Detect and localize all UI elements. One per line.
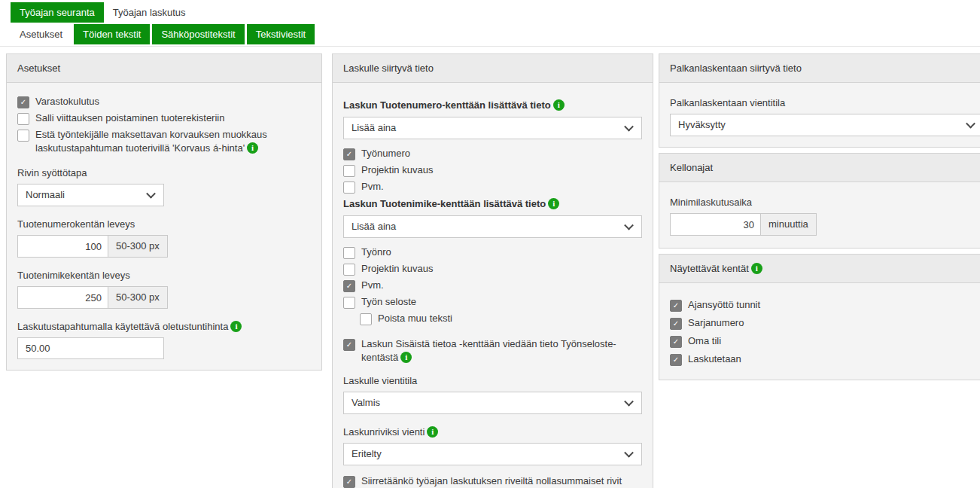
checkbox-label: Estä työntekijälle maksettavan korvaukse… <box>35 129 267 154</box>
checkbox-row-oma-tili: Oma tili <box>670 334 978 348</box>
checkbox-label: Pvm. <box>361 180 384 194</box>
laskulle-vientitila-select[interactable]: Valmis <box>343 392 642 414</box>
subtab-tekstiviestit[interactable]: Tekstiviestit <box>247 24 315 44</box>
chevron-down-icon <box>624 122 634 132</box>
tuotenimike-kenttaan-label: Laskun Tuotenimike-kenttään lisättävä ti… <box>343 198 642 209</box>
info-icon[interactable] <box>230 321 242 332</box>
invoice-panel-title: Laskulle siirtyvä tieto <box>333 54 653 83</box>
checkbox-label: Sarjanumero <box>688 316 744 330</box>
tuotenimikekentan-leveys-input[interactable] <box>17 286 108 309</box>
tyonro-checkbox[interactable] <box>343 247 355 259</box>
tuotenimike-kenttaan-select[interactable]: Lisää aina <box>343 215 642 238</box>
tuotenumerokentan-leveys-label: Tuotenumerokentän leveys <box>17 218 311 230</box>
info-icon[interactable] <box>548 198 559 209</box>
checkbox-label: Varastokulutus <box>35 95 99 108</box>
minimilaskutusaika-group: minuuttia <box>670 213 978 236</box>
oletustuntihinta-input[interactable] <box>17 337 164 359</box>
info-icon[interactable] <box>427 426 438 438</box>
tyonumero-checkbox[interactable] <box>343 148 355 160</box>
checkbox-row-varastokulutus: Varastokulutus <box>17 95 311 108</box>
checkbox-row-esta-korvauksen-muokkaus: Estä työntekijälle maksettavan korvaukse… <box>17 128 311 155</box>
checkbox-label: Työn seloste <box>361 295 416 309</box>
checkbox-row-projektin-kuvaus: Projektin kuvaus <box>343 163 642 177</box>
tuotenumero-kenttaan-select[interactable]: Lisää aina <box>343 117 642 139</box>
info-icon[interactable] <box>400 352 412 363</box>
checkbox-label: Oma tili <box>688 334 721 348</box>
select-value: Valmis <box>352 397 380 408</box>
chevron-down-icon <box>966 119 975 129</box>
rivin-syottotapa-select[interactable]: Normaali <box>17 184 164 206</box>
ajansyotto-tunnit-checkbox[interactable] <box>670 300 682 312</box>
esta-korvauksen-checkbox[interactable] <box>17 130 29 142</box>
select-value: Hyväksytty <box>678 119 726 130</box>
oletustuntihinta-label: Laskutustapahtumalla käytettävä oletustu… <box>17 321 311 332</box>
subtab-sahkopostitekstit[interactable]: Sähköpostitekstit <box>152 24 244 44</box>
salli-viittauksen-checkbox[interactable] <box>17 113 29 125</box>
projektin-kuvaus-checkbox[interactable] <box>343 165 355 177</box>
checkbox-label: Laskutetaan <box>688 352 741 366</box>
chevron-down-icon <box>624 397 634 407</box>
invoice-panel: Laskulle siirtyvä tieto Laskun Tuotenume… <box>332 53 653 488</box>
rivin-syottotapa-label: Rivin syöttötapa <box>17 167 311 178</box>
input-addon: 50-300 px <box>108 286 168 309</box>
primary-tabs: Työajan seuranta Työajan laskutus <box>11 2 980 23</box>
checkbox-label: Projektin kuvaus <box>361 163 433 177</box>
checkbox-row-tyonumero: Työnumero <box>343 147 642 160</box>
chevron-down-icon <box>624 448 634 458</box>
laskunriviksi-vienti-select[interactable]: Eritelty <box>343 443 642 465</box>
checkbox-label: Pvm. <box>361 279 384 292</box>
laskutetaan-checkbox[interactable] <box>670 354 682 366</box>
select-value: Lisää aina <box>352 221 396 232</box>
sarjanumero-checkbox[interactable] <box>670 318 682 330</box>
poista-muu-teksti-checkbox[interactable] <box>360 313 372 325</box>
info-icon[interactable] <box>751 263 762 274</box>
checkbox-row-sarjanumero: Sarjanumero <box>670 316 978 330</box>
oma-tili-checkbox[interactable] <box>670 336 682 348</box>
tab-tyoajan-laskutus[interactable]: Työajan laskutus <box>104 2 195 23</box>
input-addon: minuuttia <box>761 213 817 236</box>
visible-fields-panel: Näytettävät kentät Ajansyöttö tunnit Sar… <box>659 254 980 380</box>
tyon-seloste-checkbox[interactable] <box>343 297 355 309</box>
checkbox-row-tyon-seloste: Työn seloste <box>343 295 642 309</box>
palkanlaskentaan-vientitila-select[interactable]: Hyväksytty <box>670 114 980 136</box>
tuotenumero-kenttaan-label: Laskun Tuotenumero-kenttään lisättävä ti… <box>343 99 642 111</box>
laskulle-vientitila-label: Laskulle vientitila <box>343 375 642 386</box>
sisaista-tietoa-checkbox[interactable] <box>343 339 355 351</box>
select-value: Lisää aina <box>352 122 396 133</box>
pvm-checkbox-2[interactable] <box>343 280 355 292</box>
projektin-kuvaus-checkbox-2[interactable] <box>343 264 355 276</box>
settings-panel: Asetukset Varastokulutus Salli viittauks… <box>6 53 322 371</box>
tab-tyoajan-seuranta[interactable]: Työajan seuranta <box>11 2 104 23</box>
payroll-panel-title: Palkanlaskentaan siirtyvä tieto <box>659 54 980 83</box>
nollasummaiset-checkbox[interactable] <box>343 476 355 488</box>
varastokulutus-checkbox[interactable] <box>17 96 29 108</box>
tuotenumerokentan-leveys-group: 50-300 px <box>17 235 311 258</box>
checkbox-label: Työnro <box>361 246 391 259</box>
checkbox-row-salli-viittauksen: Salli viittauksen poistaminen tuoterekis… <box>17 111 311 125</box>
checkbox-label: Projektin kuvaus <box>361 262 433 276</box>
visible-fields-panel-title: Näytettävät kentät <box>659 255 980 283</box>
subtab-asetukset[interactable]: Asetukset <box>11 24 72 44</box>
checkbox-label: Työnumero <box>361 147 410 160</box>
checkbox-label: Laskun Sisäistä tietoa -kenttään viedään… <box>361 338 616 363</box>
subtab-toiden-tekstit[interactable]: Töiden tekstit <box>74 24 150 44</box>
settings-panel-title: Asetukset <box>7 54 321 83</box>
minimilaskutusaika-input[interactable] <box>670 213 761 236</box>
checkbox-row-ajansyotto-tunnit: Ajansyöttö tunnit <box>670 298 978 312</box>
checkbox-row-sisaista-tietoa: Laskun Sisäistä tietoa -kenttään viedään… <box>343 337 642 364</box>
minimilaskutusaika-label: Minimilaskutusaika <box>670 197 978 208</box>
times-panel: Kellonajat Minimilaskutusaika minuuttia <box>659 153 980 249</box>
checkbox-row-laskutetaan: Laskutetaan <box>670 352 978 366</box>
checkbox-label: Salli viittauksen poistaminen tuoterekis… <box>35 111 224 125</box>
checkbox-label: Ajansyöttö tunnit <box>688 298 760 312</box>
times-panel-title: Kellonajat <box>659 154 980 182</box>
tuotenumerokentan-leveys-input[interactable] <box>17 235 108 258</box>
tuotenimikekentan-leveys-label: Tuotenimikekentän leveys <box>17 270 311 281</box>
checkbox-row-poista-muu-teksti: Poista muu teksti <box>360 312 642 325</box>
chevron-down-icon <box>146 189 156 199</box>
info-icon[interactable] <box>553 99 565 111</box>
checkbox-row-tyonro: Työnro <box>343 246 642 259</box>
pvm-checkbox[interactable] <box>343 181 355 194</box>
info-icon[interactable] <box>247 142 258 154</box>
input-addon: 50-300 px <box>108 235 168 258</box>
